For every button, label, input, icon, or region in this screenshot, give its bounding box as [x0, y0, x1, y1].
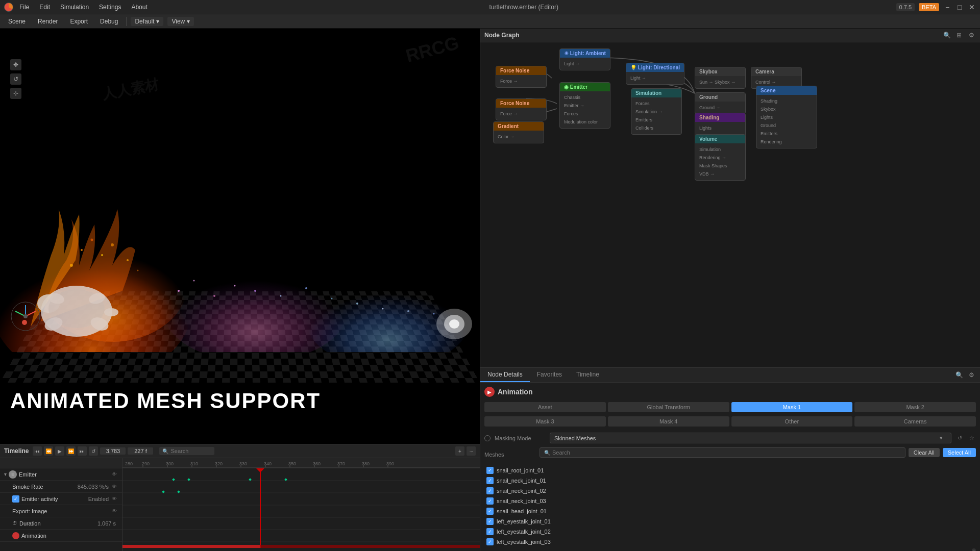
svg-point-7	[234, 285, 236, 287]
tab-favorites[interactable]: Favorites	[530, 368, 569, 382]
mesh-item: ✓ snail_head_joint_01	[484, 507, 976, 516]
mesh-check-0[interactable]: ✓	[486, 467, 494, 474]
tab-node-details[interactable]: Node Details	[480, 368, 530, 382]
toolbar-render[interactable]: Render	[34, 17, 62, 26]
toolbar-export[interactable]: Export	[66, 17, 92, 26]
node-canvas[interactable]: ☀ Light: Ambient Light → 💡 Light: Direct…	[480, 42, 980, 367]
node-force-noise-2[interactable]: Force Noise Force →	[496, 98, 547, 120]
track-export-image[interactable]: Export: Image 👁	[0, 505, 122, 517]
view-dropdown[interactable]: View ▾	[167, 17, 194, 26]
track-duration[interactable]: ⏱ Duration 1.067 s	[0, 517, 122, 530]
mesh-check-2[interactable]: ✓	[486, 487, 494, 494]
node-scene-header: Scene	[756, 86, 817, 95]
toolbar-debug[interactable]: Debug	[96, 17, 122, 26]
maximize-button[interactable]: □	[955, 3, 964, 11]
track-emitter-activity-eye[interactable]: 👁	[111, 495, 118, 503]
loop-button[interactable]: ↺	[89, 446, 98, 456]
track-emitter-eye[interactable]: 👁	[111, 471, 118, 478]
masking-mode-star-button[interactable]: ☆	[968, 434, 976, 442]
mesh-check-5[interactable]: ✓	[486, 518, 494, 525]
close-button[interactable]: ✕	[968, 3, 976, 11]
panel-search-button[interactable]: 🔍	[954, 370, 964, 380]
node-ground[interactable]: Ground Ground →	[695, 92, 746, 114]
node-simulation[interactable]: Simulation Forces Simulation → Emitters …	[631, 88, 682, 135]
mask-btn-other[interactable]: Other	[731, 416, 853, 427]
timeline-add-button[interactable]: +	[455, 446, 464, 456]
meshes-search-input[interactable]	[552, 449, 901, 456]
svg-text:320: 320	[215, 461, 223, 466]
toolbar-scene[interactable]: Scene	[4, 17, 30, 26]
tab-timeline[interactable]: Timeline	[569, 368, 606, 382]
timeline-search-input[interactable]	[170, 448, 211, 454]
default-dropdown[interactable]: Default ▾	[131, 17, 163, 26]
panel-settings-button[interactable]: ⚙	[967, 370, 976, 380]
masking-mode-reset-button[interactable]: ↺	[955, 434, 964, 442]
rotate-gizmo[interactable]: ↺	[10, 73, 21, 85]
mesh-check-4[interactable]: ✓	[486, 508, 494, 515]
emitter-activity-checkbox[interactable]: ✓	[12, 495, 19, 503]
timeline-tools: + →	[455, 446, 476, 456]
track-export-image-eye[interactable]: 👁	[111, 508, 118, 515]
move-gizmo[interactable]: ✥	[10, 59, 21, 70]
ng-fit-button[interactable]: ⊞	[954, 31, 964, 40]
turtle-silhouette	[26, 265, 128, 342]
node-light-ambient[interactable]: ☀ Light: Ambient Light →	[559, 48, 610, 70]
mask-btn-global-transform[interactable]: Global Transform	[608, 402, 729, 412]
node-force-noise-1[interactable]: Force Noise Force →	[496, 66, 547, 88]
ng-settings-button[interactable]: ⚙	[967, 31, 976, 40]
track-emitter[interactable]: ▾ E Emitter 👁	[0, 468, 122, 481]
mesh-check-7[interactable]: ✓	[486, 538, 494, 545]
track-emitter-activity[interactable]: ✓ Emitter activity Enabled 👁	[0, 493, 122, 505]
mesh-check-3[interactable]: ✓	[486, 497, 494, 505]
timeline-arrow-button[interactable]: →	[467, 446, 476, 456]
mask-btn-mask1[interactable]: Mask 1	[731, 402, 853, 412]
go-start-button[interactable]: ⏮	[33, 446, 42, 456]
clear-all-button[interactable]: Clear All	[909, 448, 940, 457]
select-all-button[interactable]: Select All	[943, 448, 976, 457]
ng-search-button[interactable]: 🔍	[942, 31, 951, 40]
mesh-check-6[interactable]: ✓	[486, 528, 494, 535]
meshes-search-box[interactable]: 🔍	[540, 447, 905, 458]
svg-point-18	[91, 239, 93, 241]
toolbar-separator	[126, 17, 127, 26]
step-forward-button[interactable]: ⏩	[66, 446, 76, 456]
menu-edit[interactable]: Edit	[35, 3, 54, 12]
mask-btn-mask4[interactable]: Mask 4	[608, 416, 729, 427]
viewport[interactable]: ✥ ↺ ⊹ ANIMATED MESH SUPPORT RRCG 人人素材	[0, 29, 480, 444]
menu-settings[interactable]: Settings	[95, 3, 125, 12]
node-skybox[interactable]: Skybox Sun → Skybox →	[695, 67, 746, 89]
node-force-noise-1-body: Force →	[496, 75, 546, 87]
masking-mode-value[interactable]: Skinned Meshes ▾	[550, 433, 951, 443]
menu-simulation[interactable]: Simulation	[56, 3, 93, 12]
node-volume-vdb-port: VDB →	[699, 170, 741, 178]
node-volume[interactable]: Volume Simulation Rendering → Mask Shape…	[695, 134, 746, 181]
mask-btn-cameras[interactable]: Cameras	[854, 416, 976, 427]
track-animation[interactable]: Animation	[0, 530, 122, 542]
node-gradient[interactable]: Gradient Color →	[493, 121, 544, 143]
node-graph-area[interactable]: Node Graph 🔍 ⊞ ⚙	[480, 29, 980, 367]
scrollbar-track[interactable]	[972, 548, 976, 551]
mask-buttons-row1: Asset Global Transform Mask 1 Mask 2	[484, 402, 976, 412]
mask-btn-mask3[interactable]: Mask 3	[484, 416, 606, 427]
dropdown-chevron-icon: ▾	[156, 18, 159, 25]
node-simulation-header: Simulation	[631, 89, 681, 97]
mask-btn-asset[interactable]: Asset	[484, 402, 606, 412]
node-scene[interactable]: Scene Shading Skybox Lights Ground Emitt…	[756, 86, 817, 148]
scale-gizmo[interactable]: ⊹	[10, 88, 21, 99]
mask-btn-mask2[interactable]: Mask 2	[854, 402, 976, 412]
track-smoke-rate[interactable]: Smoke Rate 845.033 %/s 👁	[0, 481, 122, 493]
play-button[interactable]: ▶	[55, 446, 64, 456]
menu-about[interactable]: About	[127, 3, 151, 12]
timeline-right[interactable]: 280 290 300 310 320 330 34	[122, 458, 480, 551]
go-end-button[interactable]: ⏭	[78, 446, 87, 456]
mesh-check-1[interactable]: ✓	[486, 477, 494, 484]
menu-file[interactable]: File	[15, 3, 33, 12]
minimize-button[interactable]: −	[943, 3, 951, 11]
track-smoke-rate-eye[interactable]: 👁	[111, 483, 118, 490]
step-back-button[interactable]: ⏪	[44, 446, 53, 456]
node-light-directional[interactable]: 💡 Light: Directional Light →	[626, 63, 684, 85]
svg-point-4	[178, 290, 180, 292]
track-emitter-activity-value: Enabled	[88, 496, 109, 502]
node-emitter[interactable]: ◉ Emitter Chassis Emitter → Forces Modul…	[559, 82, 610, 129]
timeline-search[interactable]: 🔍	[159, 447, 214, 455]
